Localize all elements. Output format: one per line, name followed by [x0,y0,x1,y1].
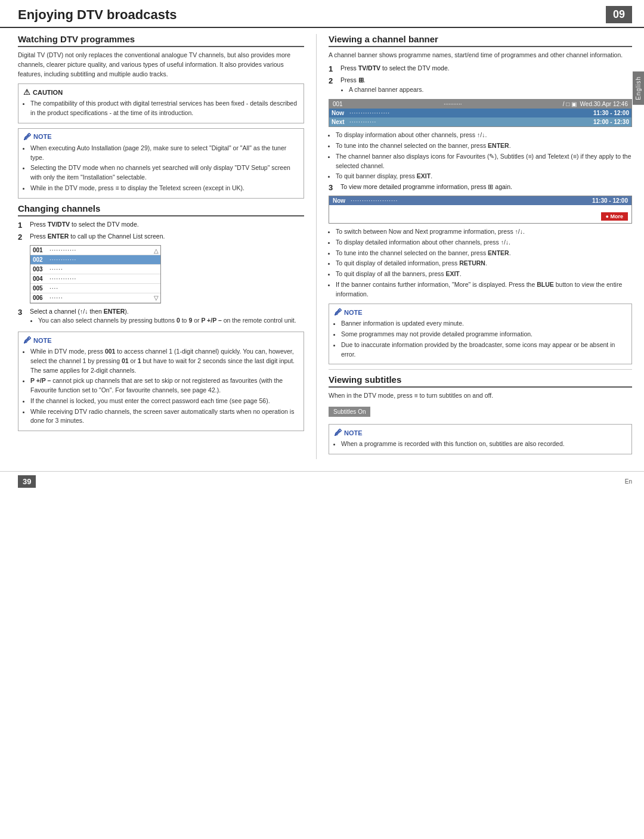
note-label-2: NOTE [33,337,52,344]
note2-item-3: If the channel is locked, you must enter… [30,397,299,406]
banner-next-time: 12:00 - 12:30 [593,119,629,125]
now-banner-body: ● More [329,205,631,223]
banner-now-row: Now ·················· 11:30 - 12:00 [329,109,631,117]
note4-item-1: When a programme is recorded with this f… [341,439,627,449]
note-list-1: When executing Auto Installation (page 2… [30,144,299,193]
caution-label: CAUTION [33,89,63,96]
caution-item-1: The compatibility of this product with d… [30,99,299,118]
step-3-left: 3 Select a channel (↑/↓ then ENTER). You… [18,307,304,327]
left-column: Watching DTV programmes Digital TV (DTV)… [18,34,304,459]
bullet-tune-enter: To tune into the channel selected on the… [336,141,632,151]
footer-lang: En [625,478,632,485]
note-box-2: 🖉 NOTE While in DTV mode, press 001 to a… [18,332,304,431]
caution-title: ⚠ CAUTION [23,88,299,97]
column-divider [316,34,317,459]
note-box-4: 🖉 NOTE When a programme is recorded with… [329,424,632,454]
bullet-quit-exit: To quit banner display, press EXIT. [336,172,632,181]
channel-row-004: 004 ············ [30,274,160,284]
step-num-1-right: 1 [329,64,337,73]
note-list-2: While in DTV mode, press 001 to access c… [30,347,299,426]
bullet-more-info: If the banner contains further informati… [336,280,632,299]
banner-next-label: Next [332,119,349,125]
page-footer: 39 En [0,471,644,491]
subtitles-on-banner: Subtitles On [329,407,370,417]
viewing-banner-title: Viewing a channel banner [329,34,632,47]
ch-num-003: 003 [33,266,49,273]
channel-list: 001 ············ △ 002 ············ 003 … [30,245,161,304]
note3-item-3: Due to inaccurate information provided b… [341,340,627,360]
page-title: Enjoying DTV broadcasts [18,7,177,23]
step-1-right: 1 Press TV/DTV to select the DTV mode. [329,64,632,73]
step-3-content-left: Select a channel (↑/↓ then ENTER). You c… [30,307,304,327]
bullet-switch-now-next: To switch between Now and Next programme… [336,227,632,237]
ch-num-006: 006 [33,295,49,301]
step-2-right: 2 Press ⊞. A channel banner appears. [329,76,632,96]
scroll-up-icon: △ [154,247,159,254]
note2-item-2: P +/P – cannot pick up channels that are… [30,376,299,395]
scroll-down-icon: ▽ [154,295,159,301]
main-content: Watching DTV programmes Digital TV (DTV)… [0,28,644,465]
bullet-icons-info: The channel banner also displays icons f… [336,152,632,171]
step-num-2: 2 [18,233,26,242]
step-num-3-left: 3 [18,308,26,317]
note-icon-1: 🖉 [23,132,31,141]
note-label-1: NOTE [33,133,52,140]
channel-row-001: 001 ············ △ [30,246,160,255]
step-3-content-right: To view more detailed programme informat… [340,182,632,192]
note-icon-3: 🖉 [334,308,342,317]
ch-dots-003: ······ [49,266,63,273]
note3-item-2: Some programmes may not provide detailed… [341,330,627,339]
step-1-content: Press TV/DTV to select the DTV mode. [30,220,304,230]
banner-now-label: Now [332,110,349,116]
footer-page-num: 39 [18,475,36,488]
caution-list: The compatibility of this product with d… [30,99,299,118]
banner-now-time: 11:30 - 12:00 [593,110,629,116]
now-banner-dots: ····················· [351,197,592,204]
more-button: ● More [601,212,628,221]
note-label-4: NOTE [344,429,363,436]
ch-dots-001: ············ [49,247,76,253]
note2-item-1: While in DTV mode, press 001 to access c… [30,347,299,375]
ch-num-005: 005 [33,285,49,292]
banner-header-info: / □ ▣ Wed.30.Apr 12:46 [563,101,628,107]
note-icon-4: 🖉 [334,428,342,437]
step-1-content-right: Press TV/DTV to select the DTV mode. [340,64,632,73]
banner-now-dots: ·················· [349,110,593,116]
note1-item-3: While in the DTV mode, press ≡ to displa… [30,184,299,193]
subtitles-section: Viewing subtitles When in the DTV mode, … [329,369,632,454]
step-2-sub-1: A channel banner appears. [349,85,632,95]
note-title-2: 🖉 NOTE [23,336,299,345]
channel-row-005: 005 ···· [30,284,160,293]
ch-dots-002: ············ [49,256,76,263]
step-3-right: 3 To view more detailed programme inform… [329,182,632,192]
page-number: 09 [606,6,632,23]
note2-item-4: While receiving DTV radio channels, the … [30,407,299,426]
banner-header-row: 001 ··········· / □ ▣ Wed.30.Apr 12:46 [329,100,631,109]
banner-ch-dots: ··········· [444,101,462,107]
watching-dtv-title: Watching DTV programmes [18,34,304,47]
step-2-sub-list: A channel banner appears. [349,85,632,95]
banner-next-row: Next ············ 12:00 - 12:30 [329,117,631,126]
now-banner-time: 11:30 - 12:00 [592,197,628,204]
watching-dtv-intro: Digital TV (DTV) not only replaces the c… [18,51,304,79]
note-box-3: 🖉 NOTE Banner information is updated eve… [329,304,632,364]
ch-dots-004: ············ [49,275,76,282]
step-num-3-right: 3 [329,183,337,192]
bullet-detail-other: To display detailed information about ot… [336,238,632,247]
bullet-tune-enter-2: To tune into the channel selected on the… [336,249,632,258]
channel-row-003: 003 ······ [30,265,160,274]
viewing-subtitles-title: Viewing subtitles [329,374,632,388]
ch-dots-005: ···· [49,285,58,292]
step-1-left: 1 Press TV/DTV to select the DTV mode. [18,220,304,230]
now-banner-label: Now [333,197,351,204]
note-box-1: 🖉 NOTE When executing Auto Installation … [18,128,304,199]
now-banner: Now ····················· 11:30 - 12:00 … [329,196,632,224]
step-2-content-right: Press ⊞. A channel banner appears. [340,76,632,96]
viewing-subtitles-intro: When in the DTV mode, press ≡ to turn su… [329,391,632,401]
bullet-quit-return: To quit display of detailed information,… [336,259,632,268]
note3-item-1: Banner information is updated every minu… [341,319,627,329]
note-list-4: When a programme is recorded with this f… [341,439,627,449]
note-title-4: 🖉 NOTE [334,428,627,437]
banner-ch-num: 001 [333,101,343,107]
step-num-1: 1 [18,221,26,230]
